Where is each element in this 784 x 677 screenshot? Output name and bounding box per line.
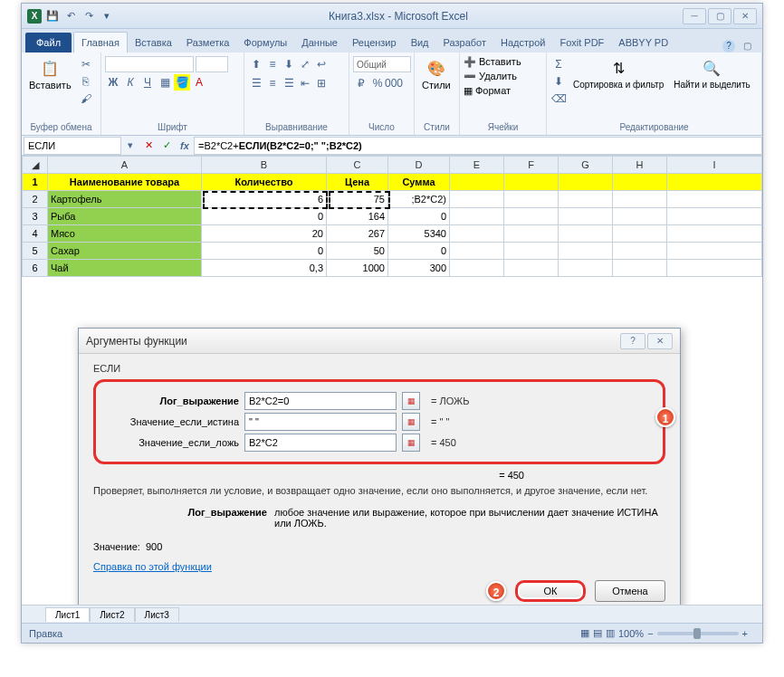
cell[interactable]: 0,3 <box>202 260 327 277</box>
styles-button[interactable]: 🎨Стили <box>418 56 454 92</box>
zoom-out-icon[interactable]: − <box>647 628 653 639</box>
cell[interactable] <box>667 243 762 260</box>
sheet-tab[interactable]: Лист2 <box>90 607 134 622</box>
tab-review[interactable]: Рецензир <box>345 33 404 52</box>
fx-icon[interactable]: fx <box>176 137 194 155</box>
cell[interactable] <box>504 208 559 225</box>
maximize-button[interactable]: ▢ <box>708 8 731 24</box>
clear-icon[interactable]: ⌫ <box>550 91 567 107</box>
formula-input[interactable]: =B2*C2+ЕСЛИ(B2*C2=0;" ";B2*C2) <box>194 137 762 155</box>
cell[interactable] <box>613 225 667 243</box>
percent-icon[interactable]: % <box>369 75 386 91</box>
cell[interactable]: 20 <box>202 225 327 243</box>
cell[interactable] <box>504 225 559 243</box>
align-mid-icon[interactable]: ≡ <box>264 56 281 72</box>
row-header[interactable]: 1 <box>23 174 48 191</box>
zoom-level[interactable]: 100% <box>618 628 644 639</box>
format-painter-icon[interactable]: 🖌 <box>78 91 94 107</box>
cell[interactable]: 0 <box>388 208 450 225</box>
cell[interactable] <box>559 243 613 260</box>
col-header[interactable]: B <box>202 157 327 174</box>
col-header[interactable]: C <box>327 157 388 174</box>
cell[interactable]: Цена <box>327 174 388 191</box>
orient-icon[interactable]: ⤢ <box>297 56 313 72</box>
cell[interactable] <box>667 208 762 225</box>
cell[interactable]: Количество <box>202 174 327 191</box>
ok-button[interactable]: ОК <box>515 580 586 602</box>
arg2-input[interactable] <box>244 413 397 431</box>
cell[interactable] <box>559 174 613 191</box>
namebox-dropdown-icon[interactable]: ▾ <box>121 137 139 155</box>
tab-home[interactable]: Главная <box>73 32 128 52</box>
tab-addins[interactable]: Надстрой <box>493 33 552 52</box>
align-top-icon[interactable]: ⬆ <box>248 56 264 72</box>
cell[interactable] <box>504 243 559 260</box>
cell[interactable]: Сумма <box>388 174 450 191</box>
align-bot-icon[interactable]: ⬇ <box>281 56 297 72</box>
col-header[interactable]: H <box>613 157 667 174</box>
collapse-icon[interactable]: ▦ <box>402 392 420 410</box>
cell[interactable] <box>450 243 504 260</box>
tab-developer[interactable]: Разработ <box>436 33 493 52</box>
font-color-icon[interactable]: A <box>191 74 207 91</box>
col-header[interactable]: F <box>504 157 559 174</box>
cell[interactable] <box>450 225 504 243</box>
wrap-icon[interactable]: ↩ <box>313 56 330 72</box>
number-format[interactable] <box>353 56 411 72</box>
find-button[interactable]: 🔍Найти и выделить <box>670 56 753 91</box>
tab-insert[interactable]: Вставка <box>128 33 179 52</box>
dialog-help-button[interactable]: ? <box>620 333 645 349</box>
tab-foxit[interactable]: Foxit PDF <box>552 33 611 52</box>
col-header[interactable]: I <box>667 157 762 174</box>
row-header[interactable]: 5 <box>23 243 48 260</box>
zoom-slider[interactable] <box>657 632 739 635</box>
collapse-icon[interactable]: ▦ <box>402 413 420 431</box>
border-icon[interactable]: ▦ <box>157 74 173 91</box>
cell[interactable] <box>667 191 762 208</box>
col-header[interactable]: G <box>559 157 613 174</box>
cell[interactable] <box>613 191 667 208</box>
cell[interactable]: 0 <box>388 243 450 260</box>
tab-abbyy[interactable]: ABBYY PD <box>611 33 675 52</box>
cell[interactable] <box>613 208 667 225</box>
comma-icon[interactable]: 000 <box>386 75 402 91</box>
sheet-tab[interactable]: Лист3 <box>135 607 179 622</box>
sheet-tab[interactable]: Лист1 <box>45 607 90 622</box>
cell[interactable] <box>559 225 613 243</box>
cell[interactable]: Рыба <box>48 208 202 225</box>
tab-view[interactable]: Вид <box>404 33 436 52</box>
redo-icon[interactable]: ↷ <box>81 9 96 24</box>
cell[interactable] <box>450 191 504 208</box>
align-left-icon[interactable]: ☰ <box>248 75 264 91</box>
col-header[interactable]: D <box>388 157 450 174</box>
cell[interactable] <box>559 191 613 208</box>
col-header[interactable]: A <box>48 157 202 174</box>
cell[interactable]: Чай <box>48 260 202 277</box>
cell[interactable] <box>613 260 667 277</box>
cell[interactable]: 6 <box>202 191 327 208</box>
minimize-button[interactable]: ─ <box>683 8 706 24</box>
row-header[interactable]: 3 <box>23 208 48 225</box>
tab-layout[interactable]: Разметка <box>179 33 237 52</box>
arg3-input[interactable] <box>244 434 397 452</box>
row-header[interactable]: 4 <box>23 225 48 243</box>
arg1-input[interactable] <box>244 392 397 410</box>
qat-more-icon[interactable]: ▾ <box>100 9 114 24</box>
close-button[interactable]: ✕ <box>733 8 757 24</box>
enter-formula-icon[interactable]: ✓ <box>158 137 176 155</box>
insert-cells[interactable]: ➕Вставить <box>464 56 521 68</box>
save-icon[interactable]: 💾 <box>45 9 60 24</box>
ribbon-min-icon[interactable]: ▢ <box>741 40 753 52</box>
font-select[interactable] <box>105 56 194 72</box>
col-header[interactable]: E <box>450 157 504 174</box>
bold-icon[interactable]: Ж <box>105 74 121 91</box>
font-size[interactable] <box>196 56 228 72</box>
delete-cells[interactable]: ➖Удалить <box>464 71 521 82</box>
cell[interactable] <box>613 243 667 260</box>
view-break-icon[interactable]: ▥ <box>606 627 615 639</box>
row-header[interactable]: 6 <box>23 260 48 277</box>
zoom-in-icon[interactable]: + <box>742 628 748 639</box>
cell[interactable] <box>504 260 559 277</box>
row-header[interactable]: 2 <box>23 191 48 208</box>
tab-data[interactable]: Данные <box>294 33 345 52</box>
